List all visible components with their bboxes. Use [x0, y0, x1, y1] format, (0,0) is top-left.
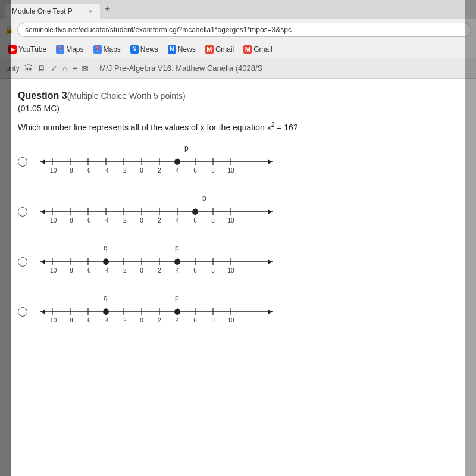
check-icon[interactable]: ✓ [51, 64, 58, 73]
svg-text:-4: -4 [104, 217, 109, 224]
active-tab[interactable]: Module One Test P × [5, 4, 100, 19]
svg-text:-8: -8 [68, 317, 73, 324]
number-line-a: p [35, 144, 284, 180]
number-line-c: q p -10 - [35, 244, 284, 280]
svg-text:-4: -4 [104, 267, 109, 274]
svg-marker-27 [40, 209, 45, 214]
label-p-d: p [175, 294, 179, 302]
menu-icon[interactable]: ≡ [72, 64, 77, 73]
svg-point-105 [174, 309, 180, 315]
svg-text:0: 0 [140, 317, 143, 324]
svg-text:6: 6 [193, 167, 197, 174]
svg-point-25 [174, 159, 180, 165]
gmail-icon-1: M [205, 45, 214, 54]
radio-b[interactable] [18, 207, 27, 217]
home-icon[interactable]: ⌂ [62, 64, 67, 73]
address-bar: 🔒 [0, 19, 476, 40]
svg-text:-8: -8 [68, 167, 73, 174]
svg-text:-10: -10 [48, 217, 57, 224]
svg-text:-10: -10 [48, 317, 57, 324]
number-line-svg-c: -10 -8 -6 -4 -2 0 2 4 6 8 10 [35, 252, 284, 275]
label-q-d: q [104, 294, 108, 302]
mail-icon[interactable]: ✉ [82, 64, 89, 73]
svg-text:2: 2 [158, 317, 161, 324]
label-p-c: p [175, 244, 179, 252]
svg-point-77 [103, 259, 109, 265]
svg-text:8: 8 [211, 267, 215, 274]
svg-text:4: 4 [176, 267, 179, 274]
building-icon[interactable]: 🏛 [24, 64, 33, 73]
bookmark-news-label-1: News [140, 45, 158, 54]
number-line-d: q p -10 - [35, 294, 284, 330]
lock-icon: 🔒 [5, 26, 14, 34]
tab-close-icon[interactable]: × [89, 8, 93, 15]
svg-marker-80 [40, 309, 45, 314]
number-line-b: p -10 -8 [35, 194, 284, 230]
tab-title: Module One Test P [12, 7, 73, 15]
svg-marker-81 [268, 309, 273, 314]
svg-text:-6: -6 [86, 317, 91, 324]
number-line-svg-a: -10 -8 -6 -4 -2 0 2 4 6 8 10 [35, 152, 284, 175]
bookmark-news-1[interactable]: N News [127, 44, 162, 55]
svg-text:-4: -4 [104, 317, 109, 324]
svg-text:-10: -10 [48, 267, 57, 274]
bookmark-maps-2[interactable]: 📍 Maps [90, 44, 124, 55]
svg-text:10: 10 [227, 167, 234, 174]
bookmark-youtube-label: YouTube [18, 45, 46, 54]
option-row-c: q p -10 - [18, 244, 458, 280]
tab-bar: Module One Test P × + [0, 0, 476, 19]
monitor-icon[interactable]: 🖥 [37, 64, 46, 73]
question-number: Question 3 [18, 90, 67, 101]
svg-text:0: 0 [140, 267, 143, 274]
svg-text:8: 8 [211, 217, 215, 224]
svg-text:4: 4 [176, 167, 179, 174]
option-row-d: q p -10 - [18, 294, 458, 330]
bookmarks-bar: ▶ YouTube 📍 Maps 📍 Maps N News N News M … [0, 40, 476, 58]
svg-text:10: 10 [227, 267, 234, 274]
question-header: Question 3(Multiple Choice Worth 5 point… [18, 90, 458, 101]
svg-text:6: 6 [193, 267, 197, 274]
bookmark-youtube[interactable]: ▶ YouTube [5, 44, 50, 55]
svg-text:8: 8 [211, 317, 215, 324]
svg-text:10: 10 [227, 217, 234, 224]
new-tab-button[interactable]: + [100, 1, 115, 17]
bookmark-news-2[interactable]: N News [164, 44, 199, 55]
maps-icon-1: 📍 [56, 45, 64, 54]
content-area: Question 3(Multiple Choice Worth 5 point… [0, 79, 476, 476]
bookmark-gmail-2[interactable]: M Gmail [240, 44, 275, 55]
bookmark-maps-1[interactable]: 📍 Maps [52, 44, 87, 55]
svg-text:-2: -2 [121, 317, 127, 324]
svg-text:2: 2 [158, 167, 161, 174]
bookmark-gmail-1[interactable]: M Gmail [202, 44, 237, 55]
label-p-b: p [202, 194, 206, 202]
radio-c[interactable] [18, 257, 27, 267]
bookmark-gmail-label-1: Gmail [215, 45, 234, 54]
svg-marker-53 [40, 259, 45, 264]
svg-text:6: 6 [193, 217, 197, 224]
svg-text:-10: -10 [48, 167, 57, 174]
question-points: (Multiple Choice Worth 5 points) [67, 91, 186, 101]
number-line-svg-d: -10 -8 -6 -4 -2 0 2 4 6 8 10 [35, 302, 284, 325]
radio-d[interactable] [18, 307, 27, 317]
svg-text:-2: -2 [121, 267, 127, 274]
svg-text:0: 0 [140, 217, 143, 224]
svg-text:6: 6 [193, 317, 197, 324]
nav-toolbar: unty 🏛 🖥 ✓ ⌂ ≡ ✉ M/J Pre-Algebra V16. Ma… [0, 58, 476, 79]
question-code: (01.05 MC) [18, 104, 458, 113]
svg-text:-8: -8 [68, 267, 73, 274]
svg-text:4: 4 [176, 317, 179, 324]
gmail-icon-2: M [243, 45, 252, 54]
svg-text:-6: -6 [86, 167, 91, 174]
address-input[interactable] [17, 23, 471, 37]
option-row-b: p -10 -8 [18, 194, 458, 230]
svg-text:4: 4 [176, 217, 179, 224]
svg-point-104 [103, 309, 109, 315]
bookmark-maps-label-1: Maps [66, 45, 83, 54]
news-icon-2: N [168, 45, 176, 54]
radio-a[interactable] [18, 157, 27, 167]
question-text: Which number line represents all of the … [18, 121, 458, 132]
bookmark-maps-label-2: Maps [104, 45, 121, 54]
option-row-a: p [18, 144, 458, 180]
svg-text:0: 0 [140, 167, 143, 174]
maps-icon-2: 📍 [93, 45, 102, 54]
